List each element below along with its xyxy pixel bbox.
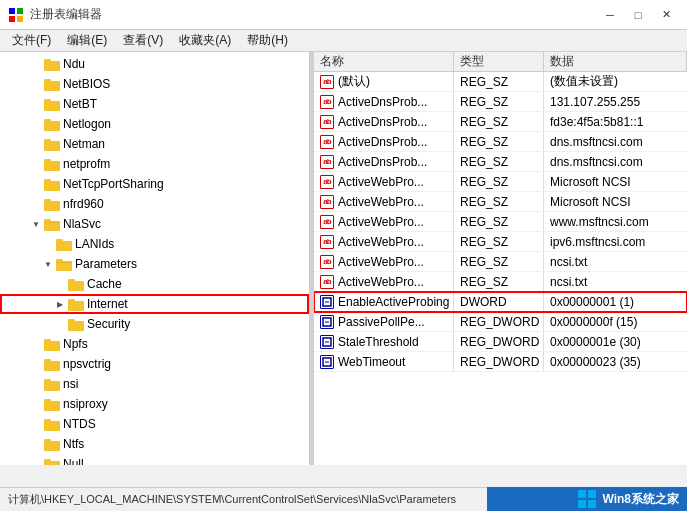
expand-icon[interactable]: ▼ bbox=[40, 256, 56, 272]
svg-rect-8 bbox=[44, 101, 60, 111]
reg-type-icon: ab bbox=[320, 255, 334, 269]
expand-icon[interactable] bbox=[28, 396, 44, 412]
values-body[interactable]: ab(默认)REG_SZ(数值未设置)abActiveDnsProb...REG… bbox=[314, 72, 687, 465]
expand-icon[interactable]: ▶ bbox=[52, 296, 68, 312]
tree-item-nettcpportsharing[interactable]: NetTcpPortSharing bbox=[0, 174, 309, 194]
value-type: REG_SZ bbox=[454, 212, 544, 231]
tree-item-label: NlaSvc bbox=[63, 217, 101, 231]
expand-icon[interactable] bbox=[28, 56, 44, 72]
close-button[interactable]: ✕ bbox=[653, 5, 679, 25]
value-type: REG_SZ bbox=[454, 172, 544, 191]
expand-icon[interactable] bbox=[28, 76, 44, 92]
menu-item-h[interactable]: 帮助(H) bbox=[239, 30, 296, 51]
tree-item-ntfs[interactable]: Ntfs bbox=[0, 434, 309, 454]
menu-item-a[interactable]: 收藏夹(A) bbox=[171, 30, 239, 51]
value-row[interactable]: StaleThresholdREG_DWORD0x0000001e (30) bbox=[314, 332, 687, 352]
tree-item-parameters[interactable]: ▼ Parameters bbox=[0, 254, 309, 274]
tree-item-label: Netman bbox=[63, 137, 105, 151]
col-header-type[interactable]: 类型 bbox=[454, 52, 544, 71]
expand-icon[interactable] bbox=[28, 156, 44, 172]
value-row[interactable]: EnableActiveProbingDWORD0x00000001 (1) bbox=[314, 292, 687, 312]
expand-icon[interactable] bbox=[52, 316, 68, 332]
tree-item-netman[interactable]: Netman bbox=[0, 134, 309, 154]
tree-item-null[interactable]: Null bbox=[0, 454, 309, 465]
tree-item-netlogon[interactable]: Netlogon bbox=[0, 114, 309, 134]
value-type: REG_SZ bbox=[454, 192, 544, 211]
col-header-data[interactable]: 数据 bbox=[544, 52, 687, 71]
tree-item-netbios[interactable]: NetBIOS bbox=[0, 74, 309, 94]
value-name: ab(默认) bbox=[314, 72, 454, 91]
expand-icon[interactable] bbox=[28, 436, 44, 452]
tree-scroll[interactable]: Ndu NetBIOS NetBT Netlogon Netman netpro… bbox=[0, 52, 309, 465]
tree-item-internet[interactable]: ▶ Internet bbox=[0, 294, 309, 314]
value-row[interactable]: abActiveWebPro...REG_SZMicrosoft NCSI bbox=[314, 192, 687, 212]
expand-icon[interactable] bbox=[40, 236, 56, 252]
value-name: abActiveWebPro... bbox=[314, 252, 454, 271]
value-row[interactable]: PassivePollPe...REG_DWORD0x0000000f (15) bbox=[314, 312, 687, 332]
value-row[interactable]: abActiveDnsProb...REG_SZfd3e:4f5a:5b81::… bbox=[314, 112, 687, 132]
expand-icon[interactable] bbox=[28, 416, 44, 432]
expand-icon[interactable] bbox=[28, 176, 44, 192]
svg-rect-31 bbox=[68, 299, 75, 302]
value-row[interactable]: abActiveWebPro...REG_SZipv6.msftncsi.com bbox=[314, 232, 687, 252]
value-row[interactable]: abActiveWebPro...REG_SZwww.msftncsi.com bbox=[314, 212, 687, 232]
svg-rect-28 bbox=[68, 281, 84, 291]
reg-type-icon: ab bbox=[320, 115, 334, 129]
expand-icon[interactable] bbox=[28, 456, 44, 465]
value-row[interactable]: abActiveWebPro...REG_SZncsi.txt bbox=[314, 272, 687, 292]
tree-item-ntds[interactable]: NTDS bbox=[0, 414, 309, 434]
maximize-button[interactable]: □ bbox=[625, 5, 651, 25]
value-data: (数值未设置) bbox=[544, 72, 687, 91]
menu-item-f[interactable]: 文件(F) bbox=[4, 30, 59, 51]
value-data: 0x0000000f (15) bbox=[544, 312, 687, 331]
menu-bar: 文件(F)编辑(E)查看(V)收藏夹(A)帮助(H) bbox=[0, 30, 687, 52]
expand-icon[interactable] bbox=[28, 356, 44, 372]
value-data: ipv6.msftncsi.com bbox=[544, 232, 687, 251]
menu-item-v[interactable]: 查看(V) bbox=[115, 30, 171, 51]
expand-icon[interactable] bbox=[28, 136, 44, 152]
tree-item-npsvctrig[interactable]: npsvctrig bbox=[0, 354, 309, 374]
value-row[interactable]: ab(默认)REG_SZ(数值未设置) bbox=[314, 72, 687, 92]
folder-icon bbox=[44, 337, 60, 351]
tree-item-ndu[interactable]: Ndu bbox=[0, 54, 309, 74]
expand-icon[interactable] bbox=[28, 376, 44, 392]
value-data: 131.107.255.255 bbox=[544, 92, 687, 111]
tree-item-cache[interactable]: Cache bbox=[0, 274, 309, 294]
title-bar-title: 注册表编辑器 bbox=[30, 6, 102, 23]
svg-rect-36 bbox=[44, 361, 60, 371]
col-header-name[interactable]: 名称 bbox=[314, 52, 454, 71]
value-data: ncsi.txt bbox=[544, 272, 687, 291]
tree-item-npfs[interactable]: Npfs bbox=[0, 334, 309, 354]
tree-item-netbt[interactable]: NetBT bbox=[0, 94, 309, 114]
expand-icon[interactable] bbox=[52, 276, 68, 292]
svg-rect-16 bbox=[44, 181, 60, 191]
value-name: abActiveDnsProb... bbox=[314, 112, 454, 131]
tree-item-security[interactable]: Security bbox=[0, 314, 309, 334]
tree-item-label: Cache bbox=[87, 277, 122, 291]
tree-item-label: npsvctrig bbox=[63, 357, 111, 371]
svg-rect-37 bbox=[44, 359, 51, 362]
tree-item-label: Ndu bbox=[63, 57, 85, 71]
value-row[interactable]: abActiveWebPro...REG_SZMicrosoft NCSI bbox=[314, 172, 687, 192]
tree-item-nfrd960[interactable]: nfrd960 bbox=[0, 194, 309, 214]
value-row[interactable]: abActiveDnsProb...REG_SZdns.msftncsi.com bbox=[314, 132, 687, 152]
tree-item-lanids[interactable]: LANIds bbox=[0, 234, 309, 254]
tree-item-nlasvc[interactable]: ▼ NlaSvc bbox=[0, 214, 309, 234]
minimize-button[interactable]: ─ bbox=[597, 5, 623, 25]
value-row[interactable]: abActiveDnsProb...REG_SZdns.msftncsi.com bbox=[314, 152, 687, 172]
menu-item-e[interactable]: 编辑(E) bbox=[59, 30, 115, 51]
expand-icon[interactable] bbox=[28, 196, 44, 212]
expand-icon[interactable]: ▼ bbox=[28, 216, 44, 232]
expand-icon[interactable] bbox=[28, 96, 44, 112]
tree-item-nsi[interactable]: nsi bbox=[0, 374, 309, 394]
folder-icon bbox=[44, 377, 60, 391]
value-row[interactable]: WebTimeoutREG_DWORD0x00000023 (35) bbox=[314, 352, 687, 372]
expand-icon[interactable] bbox=[28, 116, 44, 132]
tree-item-nsiproxy[interactable]: nsiproxy bbox=[0, 394, 309, 414]
value-row[interactable]: abActiveWebPro...REG_SZncsi.txt bbox=[314, 252, 687, 272]
expand-icon[interactable] bbox=[28, 336, 44, 352]
value-row[interactable]: abActiveDnsProb...REG_SZ131.107.255.255 bbox=[314, 92, 687, 112]
svg-rect-41 bbox=[44, 399, 51, 402]
tree-item-netprofm[interactable]: netprofm bbox=[0, 154, 309, 174]
svg-rect-19 bbox=[44, 199, 51, 202]
